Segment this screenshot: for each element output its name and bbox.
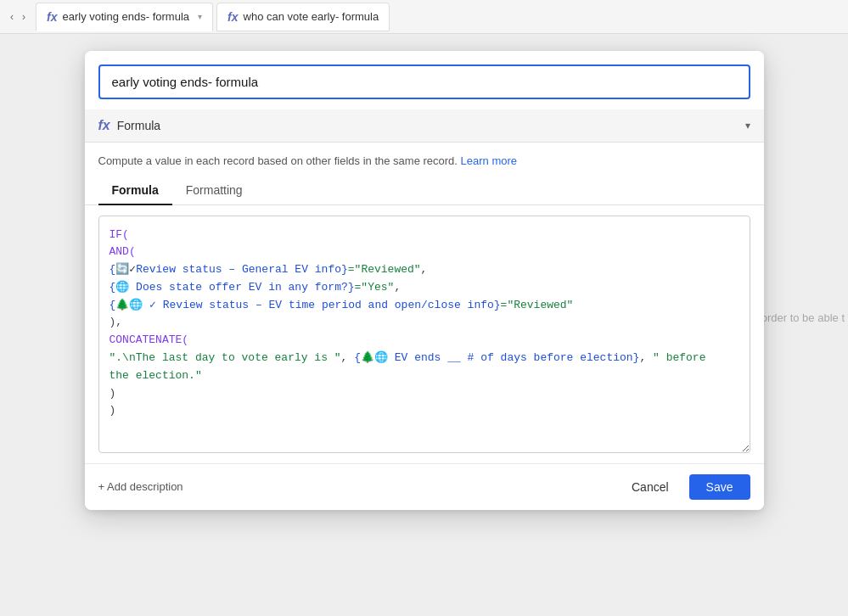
formula-line-8: ".\nThe last day to vote early is ", {🌲🌐…	[110, 350, 739, 367]
tab-early-voting-ends[interactable]: fx early voting ends- formula ▾	[36, 3, 213, 31]
tab-who-can-vote-early[interactable]: fx who can vote early- formula	[216, 3, 390, 31]
field-name-input[interactable]	[98, 64, 750, 99]
tab-arrow-left[interactable]: ‹	[7, 9, 17, 25]
formula-line-9: the election."	[110, 367, 739, 385]
field-type-chevron-icon[interactable]: ▾	[745, 120, 750, 132]
formula-line-4: {🌐 Does state offer EV in any form?}="Ye…	[110, 279, 739, 297]
add-description-button[interactable]: + Add description	[98, 480, 183, 493]
formula-line-2: AND(	[110, 244, 739, 261]
formula-editor[interactable]: IF( AND( {🔄✓Review status – General EV i…	[98, 216, 750, 453]
formula-line-5: {🌲🌐 ✓ Review status – EV time period and…	[110, 297, 739, 315]
formula-line-11: )	[110, 402, 739, 420]
tab-label-1: early voting ends- formula	[62, 10, 189, 23]
cancel-button[interactable]: Cancel	[620, 474, 681, 500]
add-description-label: + Add description	[98, 480, 183, 493]
formula-line-6: ),	[110, 314, 739, 332]
tab-label-2: who can vote early- formula	[244, 10, 379, 23]
tab-fx-icon-1: fx	[47, 10, 57, 24]
modal-footer: + Add description Cancel Save	[85, 463, 764, 510]
learn-more-link[interactable]: Learn more	[461, 154, 517, 167]
tab-arrow-right[interactable]: ›	[19, 9, 29, 25]
modal-overlay: fx Formula ▾ Compute a value in each rec…	[0, 34, 848, 616]
formula-line-7: CONCATENATE(	[110, 332, 739, 350]
tab-nav-formatting[interactable]: Formatting	[172, 176, 256, 205]
tab-scroll-arrows[interactable]: ‹ ›	[7, 9, 29, 25]
modal-header	[85, 51, 764, 109]
field-editor-modal: fx Formula ▾ Compute a value in each rec…	[85, 51, 764, 510]
formula-tab-nav: Formula Formatting	[85, 176, 764, 205]
field-type-selector[interactable]: fx Formula ▾	[85, 109, 764, 143]
formula-line-10: )	[110, 385, 739, 403]
field-type-fx-icon: fx	[98, 118, 110, 133]
tab-nav-formula[interactable]: Formula	[98, 176, 172, 205]
field-type-label: Formula	[117, 119, 160, 132]
description-text: Compute a value in each record based on …	[98, 154, 458, 167]
formula-line-1: IF(	[110, 227, 739, 244]
tab-bar: ‹ › fx early voting ends- formula ▾ fx w…	[0, 0, 848, 34]
tab-fx-icon-2: fx	[227, 10, 238, 24]
formula-line-3: {🔄✓Review status – General EV info}="Rev…	[110, 261, 739, 279]
field-type-left: fx Formula	[98, 118, 161, 133]
save-button[interactable]: Save	[689, 474, 750, 500]
footer-actions: Cancel Save	[620, 474, 750, 500]
tab-dropdown-1[interactable]: ▾	[198, 12, 202, 21]
field-description: Compute a value in each record based on …	[85, 143, 764, 176]
